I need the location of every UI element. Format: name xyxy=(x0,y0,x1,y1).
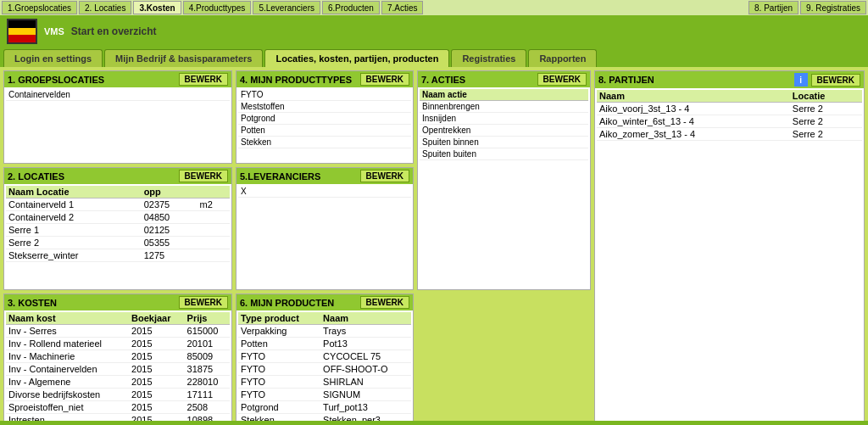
table-row[interactable]: Inv - Serres2015615000 xyxy=(6,325,230,338)
header-title: Start en overzicht xyxy=(71,25,157,37)
producttypes-header: 4. MIJN PRODUCTTYPES BEWERK xyxy=(236,71,413,87)
leveranciers-header: 5.LEVERANCIERS BEWERK xyxy=(236,168,413,184)
section-locaties: 2. LOCATIES BEWERK Naam Locatie opp Cont… xyxy=(3,167,232,290)
partijen-header: 8. PARTIJEN i BEWERK xyxy=(595,71,864,88)
table-row[interactable]: Serre 205355 xyxy=(6,237,230,249)
producten-header: 6. MIJN PRODUCTEN BEWERK xyxy=(236,294,413,310)
section-producten: 6. MIJN PRODUCTEN BEWERK Type product Na… xyxy=(236,294,414,421)
vms-label: VMS xyxy=(44,26,64,36)
section-partijen: 8. PARTIJEN i BEWERK Naam Locatie Aiko_v… xyxy=(594,70,865,421)
top-tab-partijen[interactable]: 8. Partijen xyxy=(748,1,798,14)
groepslocaties-title: 1. GROEPSLOCATIES xyxy=(8,75,104,85)
groepslocaties-header: 1. GROEPSLOCATIES BEWERK xyxy=(4,71,231,87)
table-row[interactable]: Inv - Algemene2015228010 xyxy=(6,376,230,389)
table-row[interactable]: Aiko_winter_6st_13 - 4Serre 2 xyxy=(597,115,862,128)
tab-login[interactable]: Login en settings xyxy=(3,49,103,67)
tab-registraties[interactable]: Registraties xyxy=(451,49,526,67)
table-row[interactable]: VerpakkingTrays xyxy=(238,325,411,338)
col-boekjaar: Boekjaar xyxy=(129,312,185,325)
acties-header: 7. ACTIES BEWERK xyxy=(418,71,590,87)
list-item[interactable]: Spuiten binnen xyxy=(420,137,588,148)
kosten-title: 3. KOSTEN xyxy=(8,298,57,308)
top-tab-groepslocaties[interactable]: 1.Groepslocaties xyxy=(2,1,77,14)
list-item[interactable]: Meststoffen xyxy=(238,101,411,113)
locaties-content: Naam Locatie opp Containerveld 102375m2 … xyxy=(4,184,231,289)
producttypes-content: FYTO Meststoffen Potgrond Potten Stekken xyxy=(236,87,413,163)
header-row: VMS Start en overzicht xyxy=(0,15,868,48)
producten-bewerk-button[interactable]: BEWERK xyxy=(360,296,409,309)
kosten-bewerk-button[interactable]: BEWERK xyxy=(179,296,228,309)
list-item[interactable]: Potgrond xyxy=(238,113,411,125)
kosten-table: Naam kost Boekjaar Prijs Inv - Serres201… xyxy=(6,312,230,421)
table-row[interactable]: FYTOOFF-SHOOT-O xyxy=(238,363,411,376)
acties-column-header: Naam actie xyxy=(420,89,588,101)
list-item[interactable]: Potten xyxy=(238,125,411,137)
partijen-bewerk-button[interactable]: BEWERK xyxy=(811,74,860,87)
producten-title: 6. MIJN PRODUCTEN xyxy=(240,298,334,308)
partijen-table: Naam Locatie Aiko_voorj_3st_13 - 4Serre … xyxy=(597,90,862,141)
col-prijs: Prijs xyxy=(185,312,230,325)
col-naam-partij: Naam xyxy=(597,90,790,103)
table-row[interactable]: Intresten201510898 xyxy=(6,414,230,422)
partijen-content: Naam Locatie Aiko_voorj_3st_13 - 4Serre … xyxy=(595,88,864,421)
top-tab-acties[interactable]: 7.Acties xyxy=(381,1,424,14)
groepslocaties-content: Containervelden xyxy=(4,87,231,163)
table-row[interactable]: FYTOCYCOCEL 75 xyxy=(238,350,411,363)
list-item[interactable]: X xyxy=(238,186,411,198)
list-item[interactable]: Stekken xyxy=(238,137,411,148)
table-row[interactable]: PotgrondTurf_pot13 xyxy=(238,401,411,414)
table-row[interactable]: Stekserre_winter1275 xyxy=(6,249,230,262)
producttypes-title: 4. MIJN PRODUCTTYPES xyxy=(240,75,352,85)
tab-locaties[interactable]: Locaties, kosten, partijen, producten xyxy=(264,49,449,67)
table-row[interactable]: Inv - Machinerie201585009 xyxy=(6,350,230,363)
table-row[interactable]: FYTOSHIRLAN xyxy=(238,376,411,389)
table-row[interactable]: Inv - Containervelden201531875 xyxy=(6,363,230,376)
col-locatie-partij: Locatie xyxy=(790,90,862,103)
tab-bedrijf[interactable]: Mijn Bedrijf & basisparameters xyxy=(104,49,263,67)
table-row[interactable]: Sproeistoffen_niet20152508 xyxy=(6,401,230,414)
table-row[interactable]: PottenPot13 xyxy=(238,338,411,350)
table-row[interactable]: Serre 102125 xyxy=(6,224,230,237)
table-row[interactable]: Containerveld 204850 xyxy=(6,211,230,224)
producttypes-bewerk-button[interactable]: BEWERK xyxy=(360,73,409,86)
top-tab-producten[interactable]: 6.Producten xyxy=(322,1,380,14)
list-item[interactable]: Insnijden xyxy=(420,113,588,125)
section-kosten: 3. KOSTEN BEWERK Naam kost Boekjaar Prij… xyxy=(3,294,232,421)
col-naam-locatie: Naam Locatie xyxy=(6,186,142,199)
table-row[interactable]: Inv - Rollend materieel201520101 xyxy=(6,338,230,350)
list-item[interactable]: Spuiten buiten xyxy=(420,148,588,160)
col-opp: opp xyxy=(142,186,198,199)
top-tab-registraties[interactable]: 9. Registraties xyxy=(800,1,866,14)
producten-table: Type product Naam VerpakkingTrays Potten… xyxy=(238,312,411,421)
table-row[interactable]: StekkenStekken_per3 xyxy=(238,414,411,422)
locaties-title: 2. LOCATIES xyxy=(8,171,64,182)
main-tabs: Login en settings Mijn Bedrijf & basispa… xyxy=(0,48,868,67)
top-tab-kosten[interactable]: 3.Kosten xyxy=(133,1,181,14)
table-row[interactable]: Aiko_zomer_3st_13 - 4Serre 2 xyxy=(597,128,862,141)
acties-bewerk-button[interactable]: BEWERK xyxy=(537,73,587,86)
table-row[interactable]: Divorse bedrijfskosten201517111 xyxy=(6,389,230,401)
list-item[interactable]: Opentrekken xyxy=(420,125,588,137)
kosten-content: Naam kost Boekjaar Prijs Inv - Serres201… xyxy=(4,310,231,421)
list-item[interactable]: Containervelden xyxy=(6,89,230,101)
leveranciers-bewerk-button[interactable]: BEWERK xyxy=(360,170,409,182)
leveranciers-content: X xyxy=(236,184,413,289)
locaties-bewerk-button[interactable]: BEWERK xyxy=(179,170,228,182)
col-type-product: Type product xyxy=(238,312,320,325)
table-row[interactable]: FYTOSIGNUM xyxy=(238,389,411,401)
tab-rapporten[interactable]: Rapporten xyxy=(528,49,597,67)
top-tab-locaties[interactable]: 2. Locaties xyxy=(79,1,131,14)
content-area: 1. GROEPSLOCATIES BEWERK Containervelden… xyxy=(0,67,868,421)
list-item[interactable]: FYTO xyxy=(238,89,411,101)
top-tab-producttypes[interactable]: 4.Producttypes xyxy=(183,1,252,14)
col-naam-product: Naam xyxy=(320,312,411,325)
col-naam-kost: Naam kost xyxy=(6,312,129,325)
groepslocaties-bewerk-button[interactable]: BEWERK xyxy=(179,73,228,86)
table-row[interactable]: Aiko_voorj_3st_13 - 4Serre 2 xyxy=(597,103,862,115)
top-tab-leveranciers[interactable]: 5.Leveranciers xyxy=(253,1,320,14)
leveranciers-title: 5.LEVERANCIERS xyxy=(240,171,320,182)
table-row[interactable]: Containerveld 102375m2 xyxy=(6,199,230,211)
info-button[interactable]: i xyxy=(794,73,808,87)
list-item[interactable]: Binnenbrengen xyxy=(420,101,588,113)
section-producttypes: 4. MIJN PRODUCTTYPES BEWERK FYTO Meststo… xyxy=(236,70,414,164)
